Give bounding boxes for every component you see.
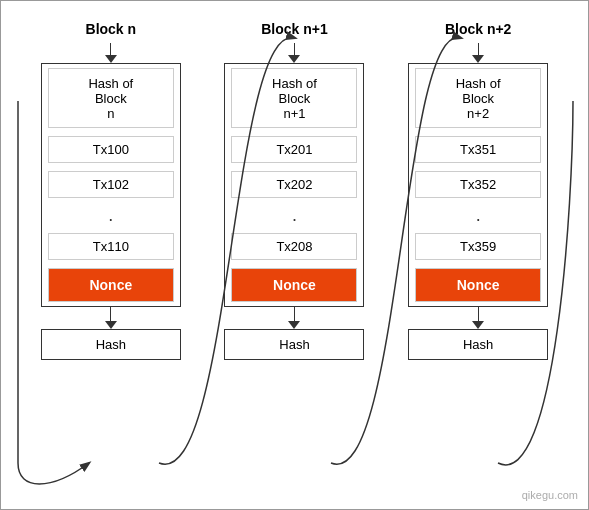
dots-n: . xyxy=(48,203,174,228)
tx-n2-2: Tx352 xyxy=(415,171,541,198)
block-n1-box: Hash ofBlockn+1 Tx201 Tx202 . Tx208 Nonc… xyxy=(224,63,364,307)
tx-n2-3: Tx359 xyxy=(415,233,541,260)
output-arrow-n1 xyxy=(288,307,300,329)
nonce-n1: Nonce xyxy=(231,268,357,302)
hash-label-n1: Hash xyxy=(225,330,363,359)
block-n1-title: Block n+1 xyxy=(261,21,328,37)
tx-n-3: Tx110 xyxy=(48,233,174,260)
hash-of-block-n1: Hash ofBlockn+1 xyxy=(231,68,357,128)
hash-label-n2: Hash xyxy=(409,330,547,359)
top-arrow-n xyxy=(105,43,117,63)
block-n-box: Hash ofBlockn Tx100 Tx102 . Tx110 Nonce xyxy=(41,63,181,307)
tx-n1-3: Tx208 xyxy=(231,233,357,260)
block-n-column: Block n Hash ofBlockn Tx100 Tx102 . Tx11… xyxy=(33,21,188,360)
tx-n-2: Tx102 xyxy=(48,171,174,198)
tx-n1-1: Tx201 xyxy=(231,136,357,163)
hash-of-block-n: Hash ofBlockn xyxy=(48,68,174,128)
hash-output-n: Hash xyxy=(41,329,181,360)
dots-n1: . xyxy=(231,203,357,228)
top-arrow-n1 xyxy=(288,43,300,63)
tx-n2-1: Tx351 xyxy=(415,136,541,163)
top-arrow-n2 xyxy=(472,43,484,63)
block-n-title: Block n xyxy=(86,21,137,37)
hash-output-n1: Hash xyxy=(224,329,364,360)
output-arrow-n2 xyxy=(472,307,484,329)
hash-of-block-n2: Hash ofBlockn+2 xyxy=(415,68,541,128)
watermark: qikegu.com xyxy=(522,489,578,501)
block-n2-column: Block n+2 Hash ofBlockn+2 Tx351 Tx352 . … xyxy=(401,21,556,360)
output-arrow-n xyxy=(105,307,117,329)
nonce-n2: Nonce xyxy=(415,268,541,302)
tx-n1-2: Tx202 xyxy=(231,171,357,198)
nonce-n: Nonce xyxy=(48,268,174,302)
block-n2-box: Hash ofBlockn+2 Tx351 Tx352 . Tx359 Nonc… xyxy=(408,63,548,307)
hash-output-n2: Hash xyxy=(408,329,548,360)
tx-n-1: Tx100 xyxy=(48,136,174,163)
dots-n2: . xyxy=(415,203,541,228)
block-n1-column: Block n+1 Hash ofBlockn+1 Tx201 Tx202 . … xyxy=(217,21,372,360)
block-n2-title: Block n+2 xyxy=(445,21,512,37)
hash-label-n: Hash xyxy=(42,330,180,359)
blockchain-diagram: Block n Hash ofBlockn Tx100 Tx102 . Tx11… xyxy=(1,1,588,509)
